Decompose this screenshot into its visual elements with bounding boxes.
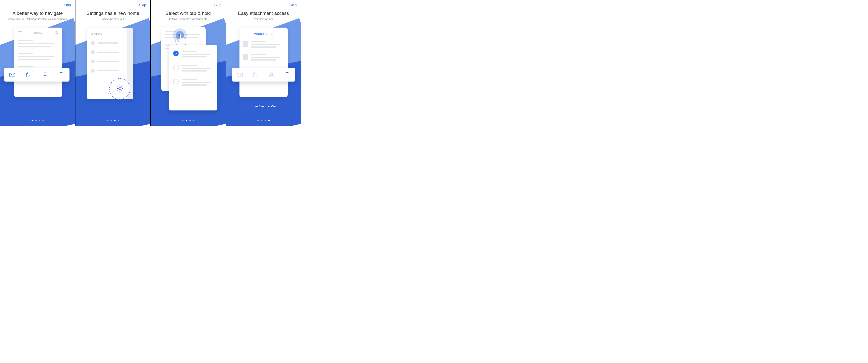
attachments-icon[interactable]: [59, 72, 64, 77]
contacts-icon[interactable]: [269, 72, 274, 77]
enter-secure-mail-button[interactable]: Enter Secure Mail: [245, 102, 282, 111]
svg-text:19: 19: [28, 75, 29, 77]
inbox-label: Inbox: [34, 31, 42, 35]
onboarding-title: A better way to navigate: [0, 10, 75, 16]
unchecked-circle-icon: [173, 79, 179, 84]
onboarding-subtitle: inside the slide out: [75, 18, 150, 21]
tab-bar: 19: [4, 68, 69, 82]
calendar-icon[interactable]: 19: [26, 72, 32, 77]
file-icon: [243, 41, 248, 47]
mail-icon[interactable]: [9, 72, 15, 77]
onboarding-subtitle: between Mail, Calendar, Contacts & Attac…: [0, 18, 75, 21]
svg-rect-1: [10, 73, 15, 77]
svg-point-4: [44, 73, 46, 75]
list-item: [173, 79, 213, 87]
svg-point-0: [55, 31, 57, 33]
search-icon: [55, 31, 58, 35]
svg-rect-6: [237, 73, 242, 77]
skip-button[interactable]: Skip: [64, 3, 71, 7]
list-item: [243, 41, 284, 49]
attachments-preview-card: Attachments: [240, 28, 288, 97]
inbox-preview-card: Inbox: [14, 28, 62, 97]
skip-button[interactable]: Skip: [139, 3, 146, 7]
list-item: [173, 51, 213, 59]
page-indicator: [75, 120, 150, 121]
list-item: [91, 60, 129, 63]
onboarding-title: Easy attachment access: [226, 10, 301, 16]
page-indicator: [0, 120, 75, 121]
list-item: [91, 41, 129, 45]
gear-icon: [116, 85, 124, 93]
unchecked-circle-icon: [173, 65, 179, 70]
list-item: [173, 65, 213, 73]
contacts-icon[interactable]: [42, 72, 48, 77]
settings-gear-badge: [109, 78, 130, 100]
onboarding-subtitle: in Mail, Contacts & Attachments: [151, 18, 226, 21]
mail-icon[interactable]: [237, 72, 243, 77]
selection-list-card: [169, 45, 217, 110]
attachments-icon[interactable]: [284, 72, 290, 77]
svg-point-9: [270, 73, 273, 75]
attachments-label: Attachments: [243, 32, 284, 36]
svg-text:19: 19: [255, 75, 257, 77]
skip-button[interactable]: Skip: [289, 3, 297, 7]
menu-icon: [18, 31, 22, 35]
tap-hold-gesture-icon: [173, 28, 190, 46]
svg-point-5: [119, 87, 121, 90]
calendar-icon[interactable]: 19: [253, 72, 258, 77]
page-indicator: [151, 120, 226, 121]
skip-button[interactable]: Skip: [214, 3, 221, 7]
onboarding-subtitle: from the tab bar: [226, 18, 301, 21]
page-indicator: [226, 120, 301, 121]
list-item: [91, 69, 129, 73]
list-item: [91, 50, 129, 54]
onboarding-title: Select with tap & hold: [151, 10, 226, 16]
checkmark-icon: [173, 51, 179, 56]
onboarding-title: Settings has a new home: [75, 10, 150, 16]
mailbox-label: Mailbox: [91, 32, 129, 36]
file-icon: [243, 54, 248, 60]
tab-bar: 19: [232, 68, 295, 82]
list-item: [243, 54, 284, 62]
